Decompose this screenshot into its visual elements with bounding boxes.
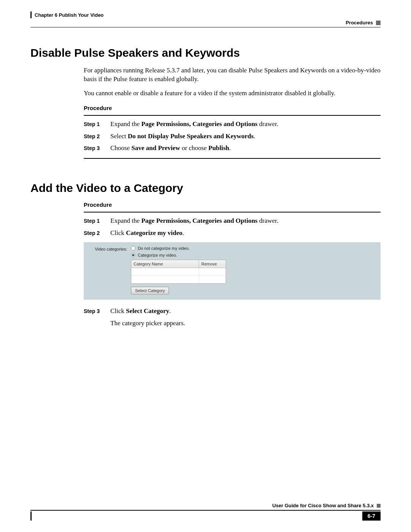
heading-add-category: Add the Video to a Category — [30, 182, 381, 195]
radio-categorize[interactable]: Categorize my video. — [131, 253, 375, 257]
radio-icon-checked[interactable] — [131, 253, 135, 257]
step-3-text: Choose Save and Preview or choose Publis… — [110, 144, 231, 153]
step-2-text: Select Do not Display Pulse Speakers and… — [110, 132, 255, 141]
square-icon — [377, 504, 381, 508]
step-2-3-text: Click Select Category. — [110, 307, 171, 316]
category-table: Category Name Remove — [131, 260, 226, 284]
step-3-label: Step 3 — [84, 145, 110, 151]
step-2-label: Step 2 — [84, 133, 110, 139]
col-category-name: Category Name — [131, 260, 199, 268]
radio-do-not-categorize[interactable]: Do not categorize my video. — [131, 246, 375, 251]
col-remove: Remove — [199, 260, 226, 268]
video-categories-label: Video categories: — [89, 246, 131, 294]
page-number: 6-7 — [362, 511, 381, 521]
table-row — [131, 276, 226, 283]
step-2-3-after: The category picker appears. — [84, 319, 381, 328]
header-rule — [30, 27, 381, 27]
step-2-2-label: Step 2 — [84, 230, 110, 236]
footer-bar: 6-7 — [30, 511, 381, 521]
step-2-1-text: Expand the Page Permissions, Categories … — [110, 216, 279, 225]
step-1-label: Step 1 — [84, 121, 110, 127]
para-2: You cannot enable or disable a feature f… — [84, 89, 381, 98]
step-3: Step 3 Choose Save and Preview or choose… — [84, 144, 381, 153]
step-2-3-label: Step 3 — [84, 308, 110, 314]
step-2-1-label: Step 1 — [84, 218, 110, 224]
step-2-1: Step 1 Expand the Page Permissions, Cate… — [84, 216, 381, 225]
step-2-3: Step 3 Click Select Category. — [84, 307, 381, 316]
category-table-header: Category Name Remove — [131, 260, 226, 268]
step-2-2: Step 2 Click Categorize my video. — [84, 228, 381, 238]
chapter-breadcrumb: Chapter 6 Publish Your Video — [30, 11, 381, 18]
step-1-text: Expand the Page Permissions, Categories … — [110, 120, 279, 129]
chapter-label: Chapter 6 Publish Your Video — [35, 12, 104, 18]
section-label: Procedures — [346, 20, 373, 26]
table-row — [131, 268, 226, 276]
video-categories-panel: Video categories: Do not categorize my v… — [84, 242, 381, 300]
heading-disable-pulse: Disable Pulse Speakers and Keywords — [30, 46, 381, 59]
step-2-3-after-text: The category picker appears. — [110, 319, 185, 328]
footer-guide: User Guide for Cisco Show and Share 5.3.… — [30, 503, 381, 508]
step-2: Step 2 Select Do not Display Pulse Speak… — [84, 132, 381, 141]
radio-icon[interactable] — [131, 246, 135, 251]
step-1: Step 1 Expand the Page Permissions, Cate… — [84, 120, 381, 129]
category-table-body — [131, 268, 226, 283]
procedure-rule-top-2 — [84, 212, 381, 212]
square-icon — [376, 21, 381, 25]
procedure-rule-bottom — [84, 158, 381, 159]
para-1: For appliances running Release 5.3.7 and… — [84, 66, 381, 84]
step-2-2-text: Click Categorize my video. — [110, 228, 184, 238]
procedure-heading-2: Procedure — [84, 201, 381, 208]
select-category-button[interactable]: Select Category — [131, 287, 169, 294]
procedure-rule-top — [84, 115, 381, 116]
footer-rule — [30, 510, 381, 511]
procedure-heading: Procedure — [84, 105, 381, 111]
section-breadcrumb: Procedures — [30, 20, 381, 26]
